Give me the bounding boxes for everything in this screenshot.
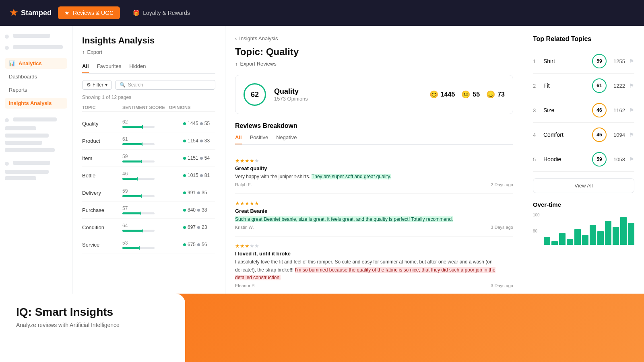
search-box[interactable]: 🔍 Search	[115, 80, 215, 90]
breakdown-tab-negative[interactable]: Negative	[276, 134, 297, 144]
score-bar-marker	[142, 125, 143, 129]
chart-y-labels: 100 80	[533, 213, 542, 245]
related-name: Fit	[543, 82, 588, 89]
sidebar-placeholder-7	[5, 148, 55, 152]
topic-row[interactable]: Purchase 57 840 38	[82, 202, 215, 219]
score-num: 64	[122, 223, 183, 228]
review-card: ★★★★★ I loved it, until it broke I absol…	[235, 237, 513, 294]
gray-dot-icon	[200, 157, 203, 160]
topic-row[interactable]: Condition 64 697 23	[82, 219, 215, 236]
score-bar-marker	[139, 246, 140, 250]
sidebar-placeholder-8	[13, 161, 50, 165]
sidebar-placeholder-2	[13, 45, 63, 49]
score-bar-bg	[122, 230, 155, 232]
neg-count: 23	[202, 224, 207, 230]
sidebar-dot-4	[5, 162, 9, 166]
related-rank: 4	[533, 132, 539, 138]
breakdown-tab-positive[interactable]: Positive	[250, 134, 268, 144]
topic-row[interactable]: Delivery 59 991 35	[82, 184, 215, 202]
review-card: ★★★★★ Great quality Very happy with the …	[235, 151, 513, 194]
related-score-circle: 59	[592, 54, 607, 68]
related-count: 1222	[611, 83, 625, 89]
topic-row[interactable]: Product 61 1154 33	[82, 132, 215, 150]
sidebar-item-dashboards[interactable]: Dashboards	[5, 71, 67, 82]
chart-bar	[620, 217, 627, 245]
topics-list: Quality 62 1445 55 Product 61 1154	[82, 115, 215, 253]
export-reviews-button[interactable]: ↑ Export Reviews	[235, 61, 513, 67]
chart-bar	[551, 241, 558, 245]
review-card: ★★★★★ Great Beanie Such a great Beaniet …	[235, 194, 513, 237]
green-dot-icon	[183, 243, 186, 246]
review-highlight: Such a great Beaniet beanie, size is gre…	[235, 216, 453, 222]
view-all-button[interactable]: View All	[533, 178, 634, 193]
col-topic: Topic	[82, 105, 122, 110]
review-title: Great Beanie	[235, 208, 513, 214]
green-dot-icon	[183, 226, 186, 229]
flag-icon: ⚑	[629, 107, 634, 113]
breakdown-tabs: All Positive Negative	[235, 134, 513, 145]
back-link[interactable]: ‹ Insights Analysis	[235, 35, 513, 41]
related-item[interactable]: 2 Fit 61 1222 ⚑	[533, 74, 634, 98]
topic-row[interactable]: Item 59 1151 54	[82, 150, 215, 167]
search-icon: 🔍	[120, 82, 126, 88]
chart-bar	[567, 239, 573, 245]
iq-subtitle: Analyze reviews with Artificial Intellig…	[16, 322, 169, 328]
star-icon: ★	[235, 158, 240, 164]
tab-hidden[interactable]: Hidden	[129, 63, 146, 73]
sidebar-item-analytics[interactable]: 📊 Analytics	[5, 58, 67, 69]
related-item[interactable]: 5 Hoodie 59 1058 ⚑	[533, 147, 634, 172]
sidebar-item-reports[interactable]: Reports	[5, 84, 67, 95]
chart-bar	[628, 223, 634, 245]
related-rank: 2	[533, 83, 539, 89]
tab-favourites[interactable]: Favourites	[97, 63, 122, 73]
nav-tab-reviews[interactable]: ★ Reviews & UGC	[58, 6, 120, 19]
related-name: Comfort	[543, 132, 588, 138]
related-name: Hoodie	[543, 156, 588, 162]
topic-name: Quality	[82, 121, 122, 127]
search-placeholder: Search	[128, 82, 143, 88]
sentiment-col: 46	[122, 171, 183, 180]
score-bar-fill	[122, 212, 141, 214]
export-button[interactable]: ↑ Export	[82, 49, 215, 55]
sidebar-item-insights[interactable]: Insights Analysis	[5, 98, 67, 109]
top-nav: ★ Stamped ★ Reviews & UGC 🎁 Loyalty & Re…	[0, 0, 644, 26]
score-num: 62	[122, 119, 183, 125]
nav-tab-loyalty[interactable]: 🎁 Loyalty & Rewards	[126, 6, 196, 19]
logo-star-icon: ★	[10, 8, 18, 18]
neutral-count: 😐 55	[461, 90, 480, 99]
filter-button[interactable]: ⚙ Filter ▾	[82, 80, 112, 90]
col-opinions: Opinions	[169, 105, 216, 110]
topic-row[interactable]: Service 53 675 56	[82, 236, 215, 253]
related-name: Size	[543, 107, 588, 113]
main-wrapper: 📊 Analytics Dashboards Reports Insights …	[0, 26, 644, 362]
related-item[interactable]: 1 Shirt 59 1255 ⚑	[533, 49, 634, 74]
breakdown-tab-all[interactable]: All	[235, 134, 242, 144]
opinions-col: 1154 33	[183, 138, 215, 144]
opinion-counts: 😊 1445 😐 55 😞 73	[429, 90, 505, 99]
tab-all[interactable]: All	[82, 63, 89, 73]
logo-text: Stamped	[21, 9, 52, 17]
chart-bar	[559, 233, 566, 245]
related-item[interactable]: 4 Comfort 45 1094 ⚑	[533, 123, 634, 147]
score-bar-fill	[122, 195, 141, 197]
review-title: Great quality	[235, 165, 513, 171]
score-num: 59	[122, 154, 183, 159]
score-num: 61	[122, 136, 183, 142]
sentiment-col: 59	[122, 154, 183, 162]
chevron-down-icon: ▾	[105, 82, 107, 88]
topic-row[interactable]: Quality 62 1445 55	[82, 115, 215, 132]
star-icon: ★	[235, 243, 240, 249]
quality-name: Quality	[274, 87, 308, 96]
related-item[interactable]: 3 Size 46 1162 ⚑	[533, 98, 634, 123]
review-meta: Eleanor P. 3 Days ago	[235, 283, 513, 288]
related-panel: Top Related Topics 1 Shirt 59 1255 ⚑ 2 F…	[523, 26, 644, 294]
sidebar-placeholder-5	[5, 134, 49, 138]
neg-count: 35	[202, 190, 207, 195]
export-label: Export	[87, 49, 103, 55]
sidebar-insights-label: Insights Analysis	[9, 100, 52, 106]
score-bar-marker	[137, 177, 138, 181]
sentiment-col: 62	[122, 119, 183, 128]
related-score-circle: 46	[592, 103, 607, 117]
flag-icon: ⚑	[629, 82, 634, 89]
topic-row[interactable]: Bottle 46 1015 81	[82, 167, 215, 184]
